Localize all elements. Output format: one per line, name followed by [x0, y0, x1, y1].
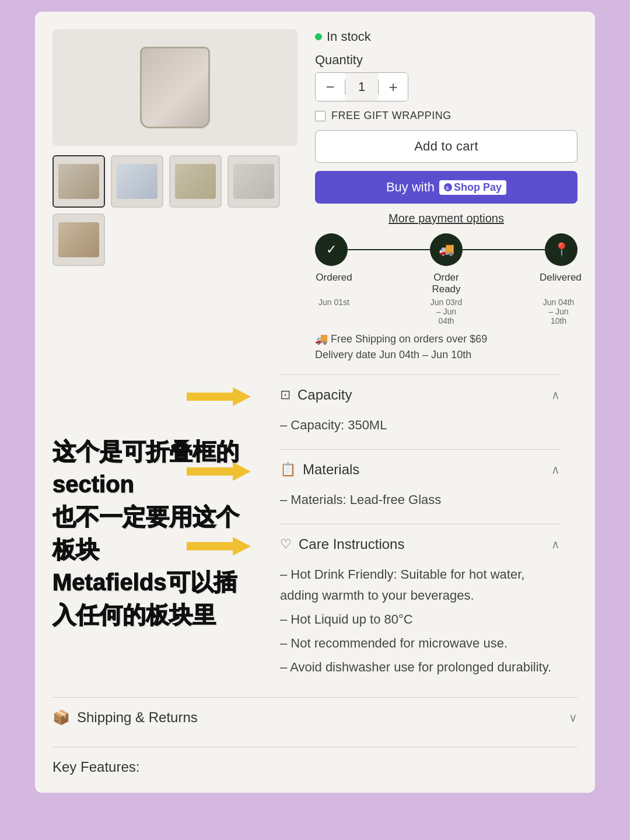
care-line-2: – Hot Liquid up to 80°C	[280, 609, 560, 629]
capacity-accordion: ⊡ Capacity ∧ – Capacity: 350ML	[262, 374, 578, 449]
capacity-header[interactable]: ⊡ Capacity ∧	[280, 375, 560, 415]
images-column	[52, 29, 298, 363]
buy-with-shoppay-button[interactable]: Buy with S Shop Pay	[315, 171, 578, 204]
status-dates-row: Jun 01st Jun 03rd – Jun 04th Jun 04th – …	[315, 298, 578, 326]
quantity-control: − 1 +	[315, 72, 408, 102]
materials-body: – Materials: Lead-free Glass	[280, 489, 560, 524]
more-payment-options[interactable]: More payment options	[315, 212, 578, 225]
thumbnail-row-2	[52, 214, 298, 266]
capacity-label: Capacity	[298, 387, 352, 403]
thumbnail-1[interactable]	[52, 155, 105, 208]
annotation-line2: 也不一定要用这个板块	[52, 501, 239, 566]
stock-label: In stock	[327, 29, 371, 44]
care-body: – Hot Drink Friendly: Suitable for hot w…	[280, 564, 560, 691]
care-section: ♡ Care Instructions ∧ – Hot Drink Friend…	[280, 524, 560, 691]
quantity-section: Quantity − 1 +	[315, 52, 578, 102]
materials-title: 📋 Materials	[280, 461, 359, 478]
gift-wrap-row[interactable]: FREE GIFT WRAPPING	[315, 110, 578, 122]
quantity-increase-button[interactable]: +	[379, 73, 408, 101]
materials-section: 📋 Materials ∧ – Materials: Lead-free Gla…	[280, 449, 560, 524]
shipping-returns-section: 📦 Shipping & Returns ∨	[52, 697, 578, 737]
care-label: Care Instructions	[299, 536, 404, 552]
product-image-inner	[140, 47, 210, 128]
shoppay-icon: S	[444, 183, 452, 191]
ordered-label: Ordered	[315, 272, 353, 295]
care-line-1: – Hot Drink Friendly: Suitable for hot w…	[280, 564, 560, 605]
care-title: ♡ Care Instructions	[280, 536, 404, 552]
shop-pay-logo: S Shop Pay	[439, 180, 506, 195]
connector-1	[348, 249, 430, 250]
order-ready-dates: Jun 03rd – Jun 04th	[428, 298, 466, 326]
order-ready-icon: 🚚	[430, 233, 463, 266]
gift-wrap-label: FREE GIFT WRAPPING	[331, 110, 452, 122]
care-line-3: – Not recommended for microwave use.	[280, 633, 560, 653]
shipping-icon: 📦	[52, 709, 70, 726]
delivered-icon: 📍	[545, 233, 578, 266]
shipping-note: 🚚 Free Shipping on orders over $69 Deliv…	[315, 331, 578, 363]
delivery-info-block: ✓ 🚚 📍 Ordered Order Ready Delivered Jun …	[315, 233, 578, 363]
thumbnail-2[interactable]	[111, 155, 163, 208]
thumbnail-row-1	[52, 155, 298, 208]
care-chevron: ∧	[551, 537, 560, 551]
quantity-decrease-button[interactable]: −	[316, 73, 345, 101]
shipping-title: 📦 Shipping & Returns	[52, 709, 198, 726]
annotation-line3: Metafields可以插入任何的板块里	[52, 566, 239, 631]
materials-accordion: 📋 Materials ∧ – Materials: Lead-free Gla…	[262, 449, 578, 524]
product-info-column: In stock Quantity − 1 + FREE GIFT WRAPPI…	[315, 29, 578, 363]
status-labels-row: Ordered Order Ready Delivered	[315, 272, 578, 295]
shipping-chevron: ∨	[569, 710, 578, 724]
accordion-sections: ⊡ Capacity ∧ – Capacity: 350ML	[257, 369, 595, 697]
thumbnail-5[interactable]	[52, 214, 105, 266]
page-container: In stock Quantity − 1 + FREE GIFT WRAPPI…	[35, 12, 595, 793]
svg-text:S: S	[446, 186, 449, 191]
shipping-label: Shipping & Returns	[77, 709, 198, 726]
materials-content: – Materials: Lead-free Glass	[280, 489, 560, 510]
care-header[interactable]: ♡ Care Instructions ∧	[280, 524, 560, 564]
care-accordion: ♡ Care Instructions ∧ – Hot Drink Friend…	[262, 524, 578, 691]
materials-icon: 📋	[280, 462, 296, 477]
care-line-4: – Avoid dishwasher use for prolonged dur…	[280, 657, 560, 677]
delivery-status-icons: ✓ 🚚 📍	[315, 233, 578, 266]
add-to-cart-button[interactable]: Add to cart	[315, 130, 578, 163]
ordered-date: Jun 01st	[315, 298, 353, 326]
capacity-section: ⊡ Capacity ∧ – Capacity: 350ML	[280, 374, 560, 449]
quantity-label: Quantity	[315, 52, 578, 68]
capacity-content: – Capacity: 350ML	[280, 415, 560, 435]
top-section: In stock Quantity − 1 + FREE GIFT WRAPPI…	[35, 12, 595, 369]
materials-label: Materials	[303, 461, 359, 478]
shipping-header[interactable]: 📦 Shipping & Returns ∨	[52, 698, 578, 737]
key-features-section: Key Features:	[52, 747, 578, 775]
capacity-body: – Capacity: 350ML	[280, 415, 560, 449]
capacity-chevron: ∧	[551, 388, 560, 402]
key-features-title: Key Features:	[52, 759, 578, 775]
capacity-icon: ⊡	[280, 387, 290, 402]
buy-with-label: Buy with	[386, 180, 435, 195]
thumbnail-4[interactable]	[228, 155, 280, 208]
delivered-label: Delivered	[540, 272, 578, 295]
main-product-image	[52, 29, 298, 146]
order-ready-label: Order Ready	[428, 272, 466, 295]
mixed-section: 这个是可折叠框的section 也不一定要用这个板块 Metafields可以插…	[35, 369, 595, 697]
materials-chevron: ∧	[551, 463, 560, 477]
thumbnail-3[interactable]	[169, 155, 222, 208]
annotation-text: 这个是可折叠框的section 也不一定要用这个板块 Metafields可以插…	[52, 435, 239, 631]
delivered-dates: Jun 04th – Jun 10th	[540, 298, 578, 326]
shop-pay-text: Shop Pay	[454, 181, 502, 194]
annotation-block: 这个是可折叠框的section 也不一定要用这个板块 Metafields可以插…	[35, 369, 257, 697]
connector-2	[463, 249, 545, 250]
materials-header[interactable]: 📋 Materials ∧	[280, 450, 560, 489]
care-icon: ♡	[280, 537, 292, 552]
stock-dot	[315, 33, 322, 40]
stock-status: In stock	[315, 29, 578, 44]
quantity-value: 1	[345, 79, 379, 94]
ordered-icon: ✓	[315, 233, 348, 266]
capacity-title: ⊡ Capacity	[280, 387, 352, 403]
gift-wrap-checkbox[interactable]	[315, 111, 326, 121]
